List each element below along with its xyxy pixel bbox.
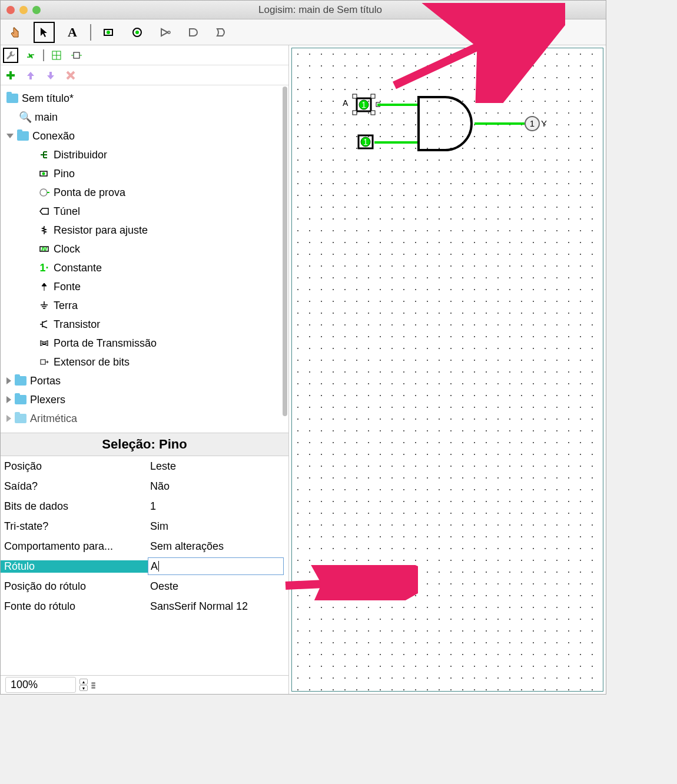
properties-title: Seleção: Pino [1, 433, 288, 456]
down-icon[interactable] [43, 68, 58, 83]
and-gate-tool[interactable] [183, 22, 204, 43]
tree-item-distribuidor[interactable]: Distribuidor [3, 145, 286, 164]
folder-icon [15, 414, 26, 423]
disclosure-open-icon[interactable] [6, 134, 14, 138]
disclosure-closed-icon[interactable] [6, 396, 11, 403]
tree-item-porta-transmissao[interactable]: Porta de Transmissão [3, 334, 286, 353]
svg-point-3 [135, 31, 139, 34]
ground-icon [38, 300, 50, 311]
tree-item-transistor[interactable]: Transistor [3, 315, 286, 334]
svg-point-1 [107, 31, 110, 34]
prop-row-tristate[interactable]: Tri-state?Sim [1, 516, 288, 536]
tree-scrollbar[interactable] [283, 87, 287, 416]
tree-item-resistor[interactable]: Resistor para ajuste [3, 221, 286, 240]
svg-rect-16 [41, 360, 45, 364]
poke-tool[interactable] [5, 22, 26, 43]
properties-table: PosiçãoLeste Saída?Não Bits de dados1 Tr… [1, 456, 288, 675]
tree-folder-portas[interactable]: Portas [3, 371, 286, 390]
prop-row-rotulo[interactable]: RótuloA [1, 556, 288, 576]
grid-toggle-icon[interactable]: ▪▪▪▪▪▪▪▪▪ [91, 682, 95, 689]
output-pin-tool[interactable] [127, 22, 148, 43]
probe-icon [38, 187, 50, 198]
maximize-button[interactable] [32, 6, 41, 14]
prop-row-posicao-rotulo[interactable]: Posição do rótuloOeste [1, 576, 288, 596]
svg-point-12 [42, 172, 45, 175]
separator-icon [90, 24, 91, 41]
folder-icon [15, 376, 26, 386]
prop-row-comportamento[interactable]: Comportamento para...Sem alterações [1, 536, 288, 556]
tree-folder-aritmetica[interactable]: Aritmética [3, 409, 286, 428]
constant-icon: 1· [38, 262, 50, 274]
tree-folder-plexers[interactable]: Plexers [3, 390, 286, 409]
tree-item-ponta-de-prova[interactable]: Ponta de prova [3, 183, 286, 202]
simulate-icon[interactable] [23, 48, 38, 63]
folder-icon [15, 395, 26, 404]
folder-icon [6, 94, 18, 103]
pin-icon [38, 168, 50, 180]
circuit-canvas[interactable]: 1 A 1 [291, 48, 603, 692]
zoom-value[interactable]: 100% [5, 677, 76, 693]
separator-icon [43, 49, 44, 61]
chip-icon[interactable] [69, 48, 84, 63]
tree-root[interactable]: Sem título* [3, 89, 286, 108]
titlebar: Logisim: main de Sem título [1, 1, 606, 19]
tree-item-tunel[interactable]: Túnel [3, 202, 286, 221]
disclosure-closed-icon[interactable] [6, 377, 11, 384]
input-pin-tool[interactable] [98, 22, 120, 43]
window-title: Logisim: main de Sem título [41, 4, 600, 16]
minimize-button[interactable] [19, 6, 28, 14]
transmission-gate-icon [38, 337, 50, 349]
transistor-icon [38, 318, 50, 330]
or-gate-tool[interactable] [211, 22, 233, 43]
prop-row-fonte-rotulo[interactable]: Fonte do rótuloSansSerif Normal 12 [1, 596, 288, 616]
bit-extender-icon [38, 356, 50, 368]
tree-item-extensor[interactable]: Extensor de bits [3, 353, 286, 371]
prop-row-posicao[interactable]: PosiçãoLeste [1, 456, 288, 476]
output-label: Y [541, 118, 547, 128]
tree-item-fonte[interactable]: Fonte [3, 277, 286, 296]
splitter-icon [38, 149, 50, 161]
close-button[interactable] [6, 6, 15, 14]
tree-item-constante[interactable]: 1·Constante [3, 258, 286, 277]
add-icon[interactable] [3, 68, 18, 83]
zoom-bar: 100% ▲ ▼ ▪▪▪▪▪▪▪▪▪ [1, 675, 288, 694]
edit-toolbar [1, 65, 288, 85]
project-toolbar [1, 45, 288, 65]
rotulo-input[interactable]: A [148, 557, 284, 575]
tree-item-clock[interactable]: Clock [3, 240, 286, 258]
view-icon[interactable] [49, 48, 64, 63]
clock-icon [38, 243, 50, 255]
text-tool[interactable]: A [62, 22, 83, 43]
folder-icon [17, 131, 29, 141]
tree-folder-conexao[interactable]: Conexão [3, 127, 286, 145]
svg-text:1: 1 [530, 118, 535, 128]
and-gate[interactable] [416, 94, 480, 155]
tunnel-icon [38, 205, 50, 217]
tree-item-pino[interactable]: Pino [3, 164, 286, 183]
up-icon[interactable] [23, 68, 38, 83]
resistor-icon [38, 224, 50, 236]
zoom-spinner[interactable]: ▲ ▼ [79, 679, 88, 691]
magnifier-icon: 🔍 [19, 111, 31, 123]
delete-icon[interactable] [63, 68, 78, 83]
zoom-up-icon[interactable]: ▲ [79, 679, 88, 685]
component-tree[interactable]: Sem título* 🔍main Conexão Distribuidor P… [1, 85, 288, 433]
disclosure-closed-icon[interactable] [6, 415, 11, 422]
output-pin[interactable]: 1 Y [523, 115, 541, 135]
tree-main[interactable]: 🔍main [3, 108, 286, 127]
main-toolbar: A [1, 19, 606, 45]
svg-point-13 [40, 189, 47, 196]
prop-row-bits[interactable]: Bits de dados1 [1, 496, 288, 516]
power-icon [38, 281, 50, 293]
select-tool[interactable] [34, 22, 55, 43]
not-gate-tool[interactable] [155, 22, 176, 43]
wrench-icon[interactable] [3, 48, 18, 63]
zoom-down-icon[interactable]: ▼ [79, 685, 88, 691]
prop-row-saida[interactable]: Saída?Não [1, 476, 288, 496]
svg-rect-8 [74, 52, 79, 58]
tree-item-terra[interactable]: Terra [3, 296, 286, 315]
